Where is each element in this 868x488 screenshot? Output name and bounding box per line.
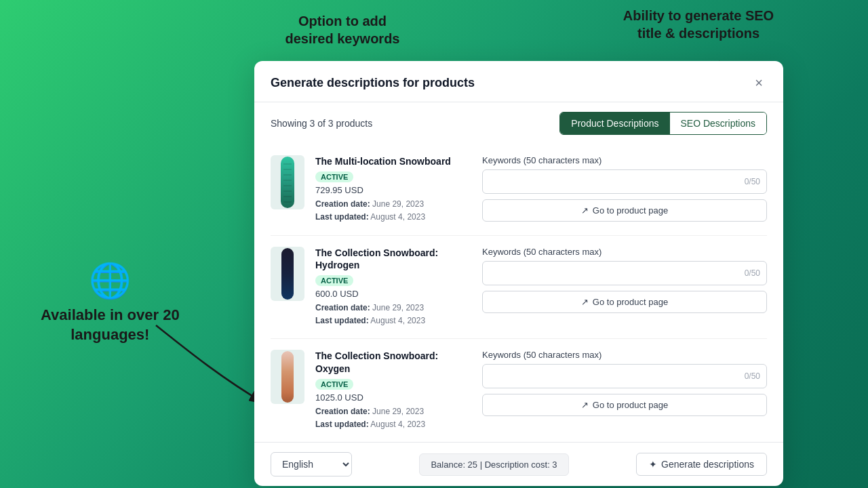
keywords-input-wrap-3: 0/50 bbox=[482, 364, 767, 388]
product-info-1: The Multi-location Snowboard ACTIVE 729.… bbox=[315, 155, 471, 224]
keywords-label-1: Keywords (50 characters max) bbox=[482, 155, 767, 165]
goto-product-btn-2[interactable]: ↗ Go to product page bbox=[482, 291, 767, 313]
keywords-count-2: 0/50 bbox=[745, 268, 760, 278]
keywords-count-3: 0/50 bbox=[745, 371, 760, 381]
snowboard-graphic-2 bbox=[281, 248, 294, 300]
translate-icon: 🌐 bbox=[41, 261, 180, 300]
language-select[interactable]: English bbox=[271, 452, 352, 476]
product-info-2: The Collection Snowboard: Hydrogen ACTIV… bbox=[315, 247, 471, 328]
table-row: The Multi-location Snowboard ACTIVE 729.… bbox=[271, 144, 767, 236]
product-price-2: 600.0 USD bbox=[315, 289, 471, 299]
snowboard-graphic-3 bbox=[281, 351, 294, 403]
generate-descriptions-button[interactable]: ✦ Generate descriptions bbox=[636, 453, 767, 476]
table-row: The Collection Snowboard: Oxygen ACTIVE … bbox=[271, 339, 767, 442]
keywords-input-wrap-2: 0/50 bbox=[482, 261, 767, 285]
product-name-2: The Collection Snowboard: Hydrogen bbox=[315, 247, 471, 271]
keywords-annotation: Option to adddesired keywords bbox=[268, 12, 417, 47]
product-keywords-2: Keywords (50 characters max) 0/50 ↗ Go t… bbox=[482, 247, 767, 313]
product-meta-2: Creation date: June 29, 2023 Last update… bbox=[315, 302, 471, 327]
modal-title: Generate descriptions for products bbox=[271, 76, 475, 90]
modal-footer: English Balance: 25 | Description cost: … bbox=[254, 442, 783, 486]
close-button[interactable]: × bbox=[751, 75, 767, 91]
seo-annotation: Ability to generate SEOtitle & descripti… bbox=[604, 7, 793, 42]
external-link-icon-1: ↗ bbox=[581, 205, 589, 216]
product-status-1: ACTIVE bbox=[315, 171, 353, 182]
showing-text: Showing 3 of 3 products bbox=[271, 118, 372, 129]
goto-product-btn-3[interactable]: ↗ Go to product page bbox=[482, 394, 767, 416]
product-meta-3: Creation date: June 29, 2023 Last update… bbox=[315, 405, 471, 431]
keywords-count-1: 0/50 bbox=[745, 177, 760, 186]
sparkle-icon: ✦ bbox=[649, 459, 657, 470]
external-link-icon-3: ↗ bbox=[581, 400, 589, 410]
product-status-3: ACTIVE bbox=[315, 379, 353, 390]
product-keywords-1: Keywords (50 characters max) 0/50 ↗ Go t… bbox=[482, 155, 767, 222]
product-list: The Multi-location Snowboard ACTIVE 729.… bbox=[254, 144, 783, 442]
modal-toolbar: Showing 3 of 3 products Product Descript… bbox=[254, 102, 783, 144]
product-image-2 bbox=[271, 247, 304, 301]
languages-label: Available in over 20languages! bbox=[41, 306, 180, 344]
balance-info: Balance: 25 | Description cost: 3 bbox=[419, 453, 568, 476]
keywords-label-2: Keywords (50 characters max) bbox=[482, 247, 767, 257]
table-row: The Collection Snowboard: Hydrogen ACTIV… bbox=[271, 236, 767, 340]
external-link-icon-2: ↗ bbox=[581, 297, 589, 307]
goto-product-btn-1[interactable]: ↗ Go to product page bbox=[482, 199, 767, 222]
main-modal: Generate descriptions for products × Sho… bbox=[254, 61, 783, 486]
keywords-input-1[interactable] bbox=[482, 169, 767, 194]
product-price-3: 1025.0 USD bbox=[315, 392, 471, 403]
product-image-3 bbox=[271, 350, 304, 404]
languages-annotation: 🌐 Available in over 20languages! bbox=[41, 261, 180, 344]
keywords-input-2[interactable] bbox=[482, 261, 767, 285]
keywords-input-wrap-1: 0/50 bbox=[482, 169, 767, 194]
snowboard-graphic-1 bbox=[281, 157, 294, 208]
product-name-1: The Multi-location Snowboard bbox=[315, 155, 471, 167]
product-keywords-3: Keywords (50 characters max) 0/50 ↗ Go t… bbox=[482, 350, 767, 416]
tab-seo-descriptions[interactable]: SEO Descriptions bbox=[670, 113, 766, 134]
tab-product-descriptions[interactable]: Product Descriptions bbox=[560, 113, 669, 134]
product-name-3: The Collection Snowboard: Oxygen bbox=[315, 350, 471, 374]
product-info-3: The Collection Snowboard: Oxygen ACTIVE … bbox=[315, 350, 471, 431]
product-price-1: 729.95 USD bbox=[315, 185, 471, 195]
product-image bbox=[271, 155, 304, 209]
keywords-label-3: Keywords (50 characters max) bbox=[482, 350, 767, 360]
keywords-input-3[interactable] bbox=[482, 364, 767, 388]
product-meta-1: Creation date: June 29, 2023 Last update… bbox=[315, 198, 471, 224]
modal-header: Generate descriptions for products × bbox=[254, 61, 783, 102]
tab-group: Product Descriptions SEO Descriptions bbox=[559, 112, 767, 135]
product-status-2: ACTIVE bbox=[315, 275, 353, 286]
